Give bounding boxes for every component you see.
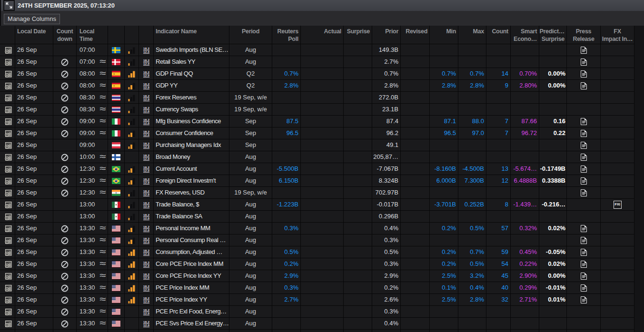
svg-text:18.2: 18.2 [143, 202, 149, 205]
svg-text:18.2: 18.2 [143, 47, 149, 50]
svg-text:12.0: 12.0 [143, 300, 149, 303]
svg-text:12.0: 12.0 [143, 109, 149, 113]
svg-text:18.2: 18.2 [143, 297, 149, 300]
svg-text:18.2: 18.2 [143, 130, 149, 133]
svg-text:12.0: 12.0 [143, 193, 149, 196]
svg-text:18.2: 18.2 [143, 166, 149, 169]
svg-text:18.2: 18.2 [143, 154, 149, 157]
svg-text:12.0: 12.0 [143, 205, 149, 208]
svg-text:12.0: 12.0 [143, 62, 149, 65]
svg-text:12.0: 12.0 [143, 312, 149, 315]
svg-text:12.0: 12.0 [143, 323, 149, 327]
svg-text:12.0: 12.0 [143, 169, 149, 172]
svg-text:12.0: 12.0 [143, 145, 149, 148]
svg-text:12.0: 12.0 [143, 133, 149, 137]
svg-text:18.2: 18.2 [143, 237, 149, 240]
svg-text:18.2: 18.2 [143, 321, 149, 323]
svg-text:18.2: 18.2 [143, 309, 149, 312]
svg-text:18.2: 18.2 [143, 178, 149, 181]
svg-text:12.0: 12.0 [143, 181, 149, 184]
svg-text:12.0: 12.0 [143, 240, 149, 244]
svg-text:18.2: 18.2 [143, 225, 149, 228]
svg-text:18.2: 18.2 [143, 71, 149, 74]
svg-text:18.2: 18.2 [143, 107, 149, 109]
svg-text:18.2: 18.2 [143, 142, 149, 145]
svg-text:18.2: 18.2 [143, 285, 149, 288]
svg-text:12.0: 12.0 [143, 74, 149, 77]
svg-text:18.2: 18.2 [143, 59, 149, 62]
svg-text:18.2: 18.2 [143, 95, 149, 98]
svg-text:12.0: 12.0 [143, 50, 149, 53]
svg-text:12.0: 12.0 [143, 216, 149, 220]
svg-text:18.2: 18.2 [143, 214, 149, 216]
svg-text:12.0: 12.0 [143, 228, 149, 232]
svg-text:18.2: 18.2 [143, 249, 149, 252]
svg-text:18.2: 18.2 [143, 83, 149, 86]
svg-text:12.0: 12.0 [143, 288, 149, 291]
svg-text:12.0: 12.0 [143, 86, 149, 89]
svg-text:18.2: 18.2 [143, 273, 149, 276]
svg-text:12.0: 12.0 [143, 264, 149, 267]
svg-text:12.0: 12.0 [143, 98, 149, 101]
svg-text:18.2: 18.2 [143, 118, 149, 121]
svg-text:12.0: 12.0 [143, 157, 149, 160]
svg-text:12.0: 12.0 [143, 252, 149, 255]
svg-text:18.2: 18.2 [143, 190, 149, 193]
svg-text:12.0: 12.0 [143, 121, 149, 125]
svg-text:12.0: 12.0 [143, 276, 149, 279]
svg-text:18.2: 18.2 [143, 261, 149, 264]
